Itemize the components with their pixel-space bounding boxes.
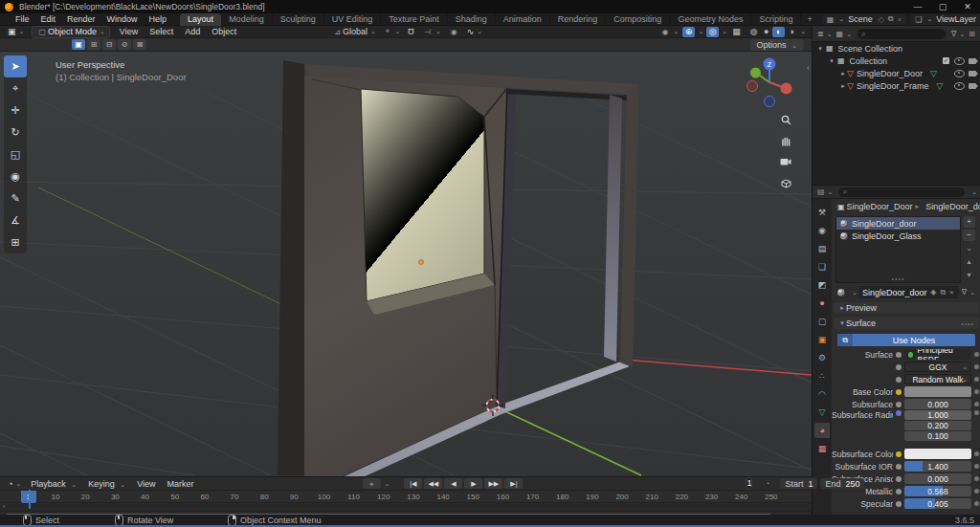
outliner-search-input[interactable]: ⌕ [858,29,946,39]
viewport-menu-view[interactable]: View [114,27,144,36]
falloff-selector[interactable]: ∿⌄ [463,27,486,36]
add-cube-tool[interactable]: ⊞ [4,231,27,253]
snap-toggle[interactable]: Ω [404,27,418,36]
jump-to-end-button[interactable]: ▶| [504,478,523,489]
workspace-tab-modeling[interactable]: Modeling [221,13,273,26]
object-visibility-dropdown[interactable]: ◉⌄ [657,28,683,36]
value-slider[interactable]: 0.000 [904,473,971,484]
auto-keying-button[interactable]: ● [363,478,381,489]
zoom-button[interactable] [777,111,794,128]
browse-material-button[interactable]: ⌄ [835,286,859,298]
select-mode-0[interactable]: ▣ [72,39,85,50]
outliner-row[interactable]: ▾▦Collection✓ [813,55,980,67]
navigation-gizmo[interactable]: Z [741,54,798,111]
outliner-row[interactable]: ▾▦Scene Collection [813,42,980,55]
shading-rendered[interactable]: ◑ [785,27,797,37]
list-resize-grip[interactable]: •••• [892,275,905,282]
viewport-menu-select[interactable]: Select [144,27,179,36]
current-frame-field[interactable]: 1 [746,477,752,490]
disable-render-icon[interactable] [969,71,976,77]
timeline-menu-keying[interactable]: Keying ⌄ [82,479,131,489]
value-slider[interactable]: 1.400 [904,461,971,472]
overlays-toggle[interactable]: ◎ [706,27,719,37]
physics-tab[interactable]: ◠ [814,386,830,402]
texture-tab[interactable]: ▦ [814,441,830,456]
fake-user-shield-icon[interactable]: ◈ [930,288,936,296]
tool-tab[interactable]: ⚒ [814,205,830,220]
viewlayer-selector[interactable]: ❏ ⌄ ViewLayer ⧉ × [910,14,980,25]
editor-type-button[interactable]: ▣⌄ [4,27,28,36]
select-mode-2[interactable]: ⊟ [102,39,116,50]
vector-value-field[interactable]: 0.100 [904,431,971,441]
modifiers-tab[interactable]: ⚙ [814,350,830,365]
preview-range-clock-icon[interactable]: ◔ [758,478,776,489]
unlink-material-icon[interactable]: × [949,288,954,296]
expand-arrow[interactable]: ▸ [839,82,847,90]
xray-toggle[interactable]: ▦ [730,27,743,37]
outliner-row[interactable]: ▸▽SingleDoor_Door▽ [813,67,980,79]
timeline-menu-marker[interactable]: Marker [161,479,199,489]
decorator-dot[interactable] [974,389,979,394]
shading-wireframe[interactable]: ◍ [747,27,760,37]
preview-panel-header[interactable]: ▸Preview [834,302,979,314]
remove-slot-button[interactable]: − [963,230,975,241]
vector-value-field[interactable]: 1.000 [904,410,971,420]
properties-options-caret[interactable]: ⌄ [971,188,977,196]
render-tab[interactable]: ◉ [814,223,830,238]
display-mode-icon[interactable]: ≣⌄ [817,30,833,38]
timeline-menu-view[interactable]: View [131,479,161,489]
use-nodes-button[interactable]: ⧉ Use Nodes [837,334,975,346]
gizmo-toggle[interactable]: ⊕ [682,27,695,37]
orientation-selector[interactable]: ⊿ Global ⌄ [328,27,380,36]
close-button[interactable]: ✕ [955,0,980,13]
shading-solid[interactable]: ● [760,27,772,37]
decorator-dot[interactable] [974,352,979,357]
frame-start-field[interactable]: Start1 [780,478,817,489]
playhead-line[interactable] [29,490,31,509]
shader-chip[interactable]: Principled BSDF [904,349,971,360]
decorator-dot[interactable] [974,451,979,456]
timeline-ruler[interactable]: 1 10203040506070809010011012013014015016… [0,491,812,503]
move-slot-down-button[interactable]: ▾ [963,270,975,281]
transform-tool[interactable]: ◉ [4,165,27,187]
workspace-tab-sculpting[interactable]: Sculpting [273,13,324,26]
options-button[interactable]: Options ⌄ [750,39,804,51]
expand-arrow[interactable]: ▾ [828,57,835,65]
timeline-channels[interactable] [0,503,812,512]
panel-grip[interactable]: •••• [961,320,974,327]
slot-specials-button[interactable]: ⌄ [963,243,975,254]
select-mode-1[interactable]: ⊞ [87,39,100,50]
material-funnel-icon[interactable]: ∇⌄ [962,288,975,296]
measure-tool[interactable]: ∡ [4,209,27,231]
decorator-dot[interactable] [974,464,979,469]
menu-help[interactable]: Help [144,14,173,24]
decorator-dot[interactable] [974,364,979,369]
blender-logo-icon[interactable] [5,3,13,11]
annotate-tool[interactable]: ✎ [4,187,27,209]
pin-icon[interactable]: ◇ [879,15,884,24]
outliner-row[interactable]: ▸▽SingleDoor_Frame▽ [813,79,980,92]
decorator-dot[interactable] [974,501,979,506]
view-layer-tab[interactable]: ❏ [814,259,830,274]
hide-eye-icon[interactable] [954,70,965,77]
workspace-tab-compositing[interactable]: Compositing [606,13,670,26]
workspace-tab-layout[interactable]: Layout [180,13,221,26]
pivot-selector[interactable]: ⌖⌄ [380,27,404,36]
new-scene-icon[interactable]: ⧉ [888,14,894,24]
material-name-field[interactable]: SingleDoor_door ◈ ⧉ × [859,286,959,298]
timeline-editor-icon[interactable]: ◔⌄ [4,479,25,489]
workspace-tab-uv-editing[interactable]: UV Editing [324,13,382,26]
workspace-tab-animation[interactable]: Animation [496,13,550,26]
disable-render-icon[interactable] [969,58,976,64]
value-slider[interactable]: 0.568 [904,486,971,496]
dropdown-field[interactable]: Random Walk⌄ [904,374,971,384]
menu-render[interactable]: Render [61,14,101,24]
color-swatch[interactable] [904,449,971,459]
value-slider[interactable]: 0.405 [904,498,971,509]
select-mode-3[interactable]: ⊘ [118,39,131,50]
expand-arrow[interactable]: ▸ [839,70,847,77]
camera-view-button[interactable] [777,153,794,170]
viewport-menu-object[interactable]: Object [206,27,242,36]
decorator-dot[interactable] [974,476,979,481]
properties-search-input[interactable]: ⌕ [838,187,965,197]
